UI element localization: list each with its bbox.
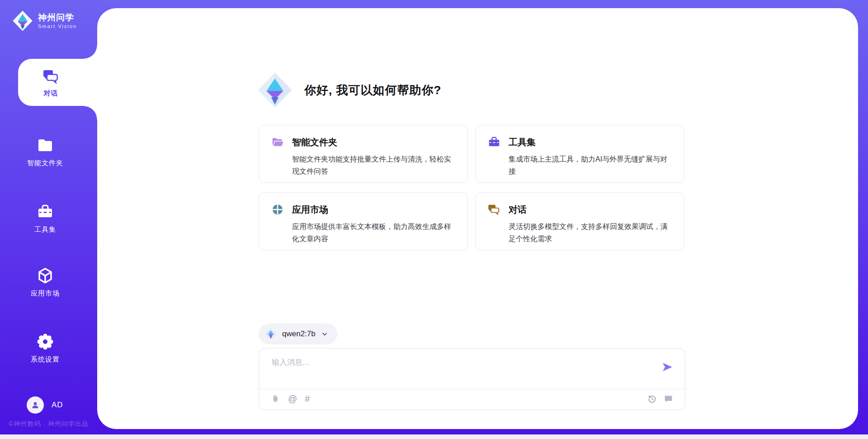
model-selector[interactable]: qwen2:7b xyxy=(259,324,337,344)
sidebar-item-app-market[interactable]: 应用市场 xyxy=(0,267,90,298)
card-smart-folder[interactable]: 智能文件夹 智能文件夹功能支持批量文件上传与清洗，轻松实现文件问答 xyxy=(259,125,468,183)
assistant-diamond-icon xyxy=(256,72,293,109)
card-description: 智能文件夹功能支持批量文件上传与清洗，轻松实现文件问答 xyxy=(292,153,456,177)
folder-icon xyxy=(271,135,284,149)
sidebar-item-chat[interactable]: 对话 xyxy=(18,59,97,106)
attachment-icon[interactable] xyxy=(271,394,280,404)
greeting-text: 你好, 我可以如何帮助你? xyxy=(304,82,441,98)
sidebar-item-label: 对话 xyxy=(44,89,58,98)
cube-icon xyxy=(36,267,54,285)
gear-icon xyxy=(36,333,54,351)
sidebar-item-label: 工具集 xyxy=(34,225,56,234)
chat-bubbles-icon xyxy=(42,67,60,86)
brand-subtitle: Smart Vision xyxy=(38,24,77,29)
card-title: 应用市场 xyxy=(292,204,328,216)
chat-bubbles-icon xyxy=(487,203,501,216)
sidebar-item-toolset[interactable]: 工具集 xyxy=(0,203,90,234)
message-composer: @ # xyxy=(259,348,685,410)
model-diamond-icon xyxy=(265,328,277,340)
feature-cards: 智能文件夹 智能文件夹功能支持批量文件上传与清洗，轻松实现文件问答 工具集 集成… xyxy=(259,125,685,250)
card-title: 对话 xyxy=(509,204,527,216)
sidebar-item-label: 应用市场 xyxy=(31,289,60,298)
toolbox-icon xyxy=(487,135,501,149)
model-name: qwen2:7b xyxy=(282,329,316,339)
sidebar-item-settings[interactable]: 系统设置 xyxy=(0,333,90,364)
user-initials: AD xyxy=(52,401,63,410)
active-tab-curve-bottom xyxy=(84,106,97,119)
send-icon[interactable] xyxy=(661,361,673,373)
copyright-footer: ©神州数码 · 神州问学出品 xyxy=(0,420,97,428)
brand-diamond-icon xyxy=(12,10,33,32)
card-title: 工具集 xyxy=(509,136,536,148)
chevron-down-icon xyxy=(321,330,328,338)
pie-segments-icon xyxy=(271,203,284,216)
composer-divider xyxy=(259,389,685,389)
sidebar-item-label: 系统设置 xyxy=(31,355,60,364)
card-description: 灵活切换多模型文件，支持多样回复效果调试，满足个性化需求 xyxy=(509,220,672,245)
feedback-bubble-icon[interactable] xyxy=(664,394,673,404)
brand-logo: 神州问学 Smart Vision xyxy=(12,10,77,32)
toolbox-icon xyxy=(36,203,54,221)
user-profile[interactable]: AD xyxy=(27,396,63,414)
card-description: 集成市场上主流工具，助力AI与外界无缝扩展与对接 xyxy=(509,153,672,177)
avatar xyxy=(27,396,44,414)
history-icon[interactable] xyxy=(647,394,657,404)
hashtag-icon[interactable]: # xyxy=(305,394,310,404)
card-chat[interactable]: 对话 灵活切换多模型文件，支持多样回复效果调试，满足个性化需求 xyxy=(475,192,684,250)
person-icon xyxy=(30,400,41,410)
message-input[interactable] xyxy=(272,355,642,370)
folder-icon xyxy=(36,136,54,154)
active-tab-curve-top xyxy=(84,45,97,59)
sidebar-item-label: 智能文件夹 xyxy=(27,159,63,167)
greeting-block: 你好, 我可以如何帮助你? xyxy=(256,72,441,109)
card-description: 应用市场提供丰富长文本模板，助力高效生成多样化文章内容 xyxy=(292,220,456,245)
brand-name: 神州问学 xyxy=(38,13,77,23)
main-content-panel: 你好, 我可以如何帮助你? 智能文件夹 智能文件夹功能支持批量文件上传与清洗，轻… xyxy=(97,8,858,429)
card-toolset[interactable]: 工具集 集成市场上主流工具，助力AI与外界无缝扩展与对接 xyxy=(475,125,684,183)
sidebar-item-smart-folder[interactable]: 智能文件夹 xyxy=(0,136,90,167)
sidebar: 神州问学 Smart Vision 对话 智能文件夹 工具集 应用市场 xyxy=(0,0,97,439)
mention-icon[interactable]: @ xyxy=(288,394,297,404)
card-title: 智能文件夹 xyxy=(292,136,337,148)
card-app-market[interactable]: 应用市场 应用市场提供丰富长文本模板，助力高效生成多样化文章内容 xyxy=(259,192,468,250)
composer-toolbar: @ # xyxy=(271,393,673,405)
page-bottom-strip xyxy=(0,434,868,439)
